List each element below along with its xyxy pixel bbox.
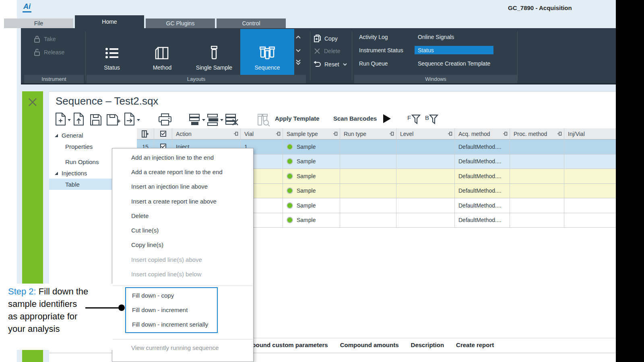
open-sequence-button[interactable] bbox=[73, 113, 84, 125]
ribbon-tab[interactable]: GC Plugins bbox=[146, 19, 215, 28]
sample-type-cell[interactable]: Sample bbox=[283, 169, 340, 184]
acq-method-cell[interactable]: DefaultMethod.... bbox=[455, 154, 510, 169]
column-header[interactable]: Level bbox=[396, 128, 455, 140]
column-header[interactable]: Vial bbox=[241, 128, 283, 140]
sample-type-cell[interactable]: Sample bbox=[283, 140, 340, 154]
run-sequence-play-icon[interactable] bbox=[383, 114, 391, 123]
column-header[interactable]: Sample type bbox=[283, 128, 340, 140]
fill-down-menu-item[interactable]: Fill down - copy bbox=[126, 288, 217, 302]
save-sequence-button[interactable] bbox=[90, 114, 101, 125]
sample-type-cell[interactable]: Sample bbox=[283, 154, 340, 169]
run-type-cell[interactable] bbox=[340, 213, 396, 228]
add-line-to-end-button[interactable] bbox=[189, 114, 200, 126]
fill-down-menu-item[interactable]: Fill down - increment bbox=[126, 302, 217, 317]
delete-line-button[interactable] bbox=[225, 114, 238, 126]
acq-method-cell[interactable]: DefaultMethod.... bbox=[455, 198, 510, 213]
run-type-cell[interactable] bbox=[340, 154, 396, 169]
inj-vial-cell[interactable] bbox=[564, 213, 616, 228]
acq-method-cell[interactable]: DefaultMethod.... bbox=[455, 169, 510, 184]
new-sequence-dropdown-icon[interactable] bbox=[68, 119, 71, 121]
insert-line-button[interactable] bbox=[207, 114, 219, 126]
window-menu-item[interactable]: Sequence Creation Template bbox=[415, 59, 493, 68]
column-pin-icon[interactable] bbox=[234, 131, 238, 137]
level-cell[interactable] bbox=[396, 213, 455, 228]
ribbon-tab[interactable]: Control bbox=[217, 19, 286, 28]
context-menu-item[interactable]: Copy line(s) bbox=[112, 238, 253, 252]
run-type-cell[interactable] bbox=[340, 140, 396, 154]
inj-vial-cell[interactable] bbox=[564, 154, 616, 169]
ribbon-tab[interactable]: Home bbox=[75, 15, 144, 28]
level-cell[interactable] bbox=[396, 198, 455, 213]
add-line-dropdown-icon[interactable] bbox=[202, 119, 205, 121]
apply-template-button[interactable]: Apply Template bbox=[275, 115, 320, 122]
level-cell[interactable] bbox=[396, 140, 455, 154]
column-pin-icon[interactable] bbox=[557, 131, 562, 137]
reset-button[interactable]: Reset bbox=[313, 61, 347, 68]
sample-type-cell[interactable]: Sample bbox=[283, 198, 340, 213]
bottom-tab[interactable]: Compound amounts bbox=[340, 341, 399, 348]
layout-scroll-down-icon[interactable] bbox=[296, 47, 301, 54]
tree-expander-icon[interactable] bbox=[54, 132, 58, 139]
proc-method-cell[interactable] bbox=[510, 154, 564, 169]
proc-method-cell[interactable] bbox=[510, 213, 564, 228]
acq-method-cell[interactable]: DefaultMethod.... bbox=[455, 213, 510, 228]
export-dropdown-icon[interactable] bbox=[137, 119, 140, 121]
context-menu-item[interactable]: Add an injection line to the end bbox=[112, 150, 253, 165]
column-header[interactable]: Inj/Vial bbox=[564, 128, 616, 140]
column-header[interactable]: Action bbox=[172, 128, 241, 140]
level-cell[interactable] bbox=[396, 184, 455, 199]
proc-method-cell[interactable] bbox=[510, 198, 564, 213]
insert-line-dropdown-icon[interactable] bbox=[220, 119, 223, 121]
inj-vial-cell[interactable] bbox=[564, 140, 616, 154]
scan-barcodes-button[interactable]: Scan Barcodes bbox=[333, 115, 377, 122]
method-layout-button[interactable]: Method bbox=[140, 29, 185, 75]
column-pin-icon[interactable] bbox=[503, 131, 508, 137]
release-button[interactable]: Release bbox=[34, 49, 64, 56]
single-sample-layout-button[interactable]: Single Sample bbox=[189, 29, 239, 75]
filter-f-icon[interactable]: F bbox=[407, 114, 421, 125]
context-menu-item[interactable]: Cut line(s) bbox=[112, 223, 253, 237]
window-menu-item[interactable]: Run Queue bbox=[359, 59, 403, 68]
bottom-tab[interactable]: Description bbox=[411, 341, 444, 348]
window-menu-item[interactable]: Online Signals bbox=[415, 33, 493, 41]
bottom-tab[interactable]: Create report bbox=[456, 341, 494, 348]
level-cell[interactable] bbox=[396, 154, 455, 169]
delete-button[interactable]: Delete bbox=[314, 48, 340, 54]
column-pin-icon[interactable] bbox=[276, 131, 281, 137]
acq-method-cell[interactable]: DefaultMethod.... bbox=[455, 184, 510, 199]
acq-method-cell[interactable]: DefaultMethod.... bbox=[455, 140, 510, 154]
take-button[interactable]: Take bbox=[34, 35, 56, 43]
proc-method-cell[interactable] bbox=[510, 184, 564, 199]
run-type-cell[interactable] bbox=[340, 169, 396, 184]
insert-column-icon[interactable] bbox=[137, 128, 154, 140]
close-panel-icon[interactable] bbox=[27, 97, 38, 109]
sample-type-cell[interactable]: Sample bbox=[283, 184, 340, 199]
sequence-layout-button[interactable]: Sequence bbox=[240, 29, 294, 75]
tree-item[interactable]: General bbox=[49, 130, 137, 141]
column-header[interactable]: Proc. method bbox=[510, 128, 564, 140]
column-pin-icon[interactable] bbox=[333, 131, 338, 137]
window-menu-item[interactable]: Activity Log bbox=[359, 33, 403, 41]
ribbon-tab[interactable]: File bbox=[4, 19, 73, 28]
context-menu-item[interactable]: Add a create report line to the end bbox=[112, 165, 253, 179]
tree-expander-icon[interactable] bbox=[54, 170, 58, 177]
column-pin-icon[interactable] bbox=[390, 131, 394, 137]
copy-button[interactable]: Copy bbox=[314, 35, 338, 42]
export-sequence-button[interactable] bbox=[124, 113, 135, 125]
run-type-cell[interactable] bbox=[340, 184, 396, 199]
column-pin-icon[interactable] bbox=[448, 131, 452, 137]
context-menu-item[interactable]: Insert copied line(s) below bbox=[112, 267, 253, 281]
inj-vial-cell[interactable] bbox=[564, 169, 616, 184]
status-layout-button[interactable]: Status bbox=[89, 29, 134, 75]
sample-type-cell[interactable]: Sample bbox=[283, 213, 340, 228]
filter-b-icon[interactable]: B bbox=[425, 114, 439, 125]
context-menu-item[interactable]: Insert an injection line above bbox=[112, 179, 253, 194]
select-all-checkbox[interactable] bbox=[154, 128, 172, 140]
fill-down-menu-item[interactable]: Fill down - increment serially bbox=[126, 317, 217, 331]
layout-expand-icon[interactable] bbox=[296, 60, 301, 67]
layout-scroll-up-icon[interactable] bbox=[296, 33, 301, 40]
context-menu-item[interactable]: Insert copied line(s) above bbox=[112, 252, 253, 267]
view-running-sequence-item[interactable]: View currently running sequence bbox=[112, 340, 253, 355]
run-type-cell[interactable] bbox=[340, 198, 396, 213]
save-as-button[interactable] bbox=[107, 114, 120, 125]
